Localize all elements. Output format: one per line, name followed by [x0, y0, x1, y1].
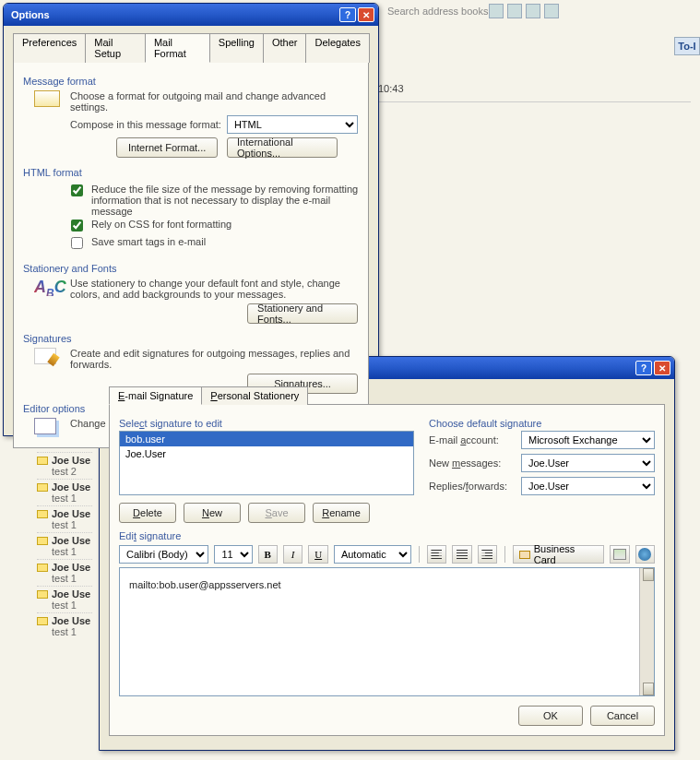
close-button[interactable]: ✕: [654, 361, 670, 375]
reduce-filesize-label: Reduce the file size of the message by r…: [91, 184, 359, 217]
envelope-icon: [37, 617, 48, 625]
close-button[interactable]: ✕: [358, 7, 374, 22]
tab-personal-stationery[interactable]: Personal Stationery: [201, 386, 308, 405]
search-placeholder[interactable]: Search address books: [387, 6, 488, 17]
envelope-icon: [37, 457, 48, 465]
stationery-heading: Stationery and Fonts: [23, 263, 359, 274]
signature-item[interactable]: bob.user: [120, 432, 413, 446]
new-messages-select[interactable]: Joe.User: [521, 454, 655, 472]
message-list-item[interactable]: Joe Usetest 1: [37, 559, 92, 586]
options-title: Options: [7, 9, 338, 20]
select-signature-label: Select signature to edit: [119, 418, 414, 429]
compose-format-select[interactable]: HTML: [227, 115, 358, 134]
scrollbar[interactable]: [639, 568, 654, 695]
ok-button[interactable]: OK: [518, 706, 583, 726]
align-left-button[interactable]: [427, 545, 446, 564]
new-messages-label: New messages:: [429, 457, 521, 469]
signature-list[interactable]: bob.userJoe.User: [119, 431, 414, 495]
bold-button[interactable]: B: [258, 545, 278, 564]
tab-delegates[interactable]: Delegates: [305, 33, 370, 63]
reduce-filesize-checkbox[interactable]: [71, 184, 83, 196]
smart-tags-checkbox[interactable]: [71, 237, 83, 249]
tab-spelling[interactable]: Spelling: [209, 33, 264, 63]
align-center-button[interactable]: [452, 545, 471, 564]
envelope-icon: [37, 564, 48, 572]
message-format-heading: Message format: [23, 76, 359, 87]
tab-other[interactable]: Other: [263, 33, 307, 63]
todo-bar[interactable]: To-I: [674, 37, 700, 55]
rename-button[interactable]: Rename: [313, 503, 370, 523]
help-button[interactable]: ?: [339, 7, 356, 22]
message-list-item[interactable]: Joe Usetest 1: [37, 532, 92, 559]
new-button[interactable]: New: [184, 503, 241, 523]
options-titlebar[interactable]: Options ? ✕: [4, 4, 378, 26]
edit-signature-label: Edit signature: [119, 530, 655, 541]
signatures-dialog: Signatures and Stationery ? ✕ E-mail Sig…: [99, 356, 675, 751]
editor-icon: [34, 418, 56, 434]
save-button[interactable]: Save: [248, 503, 305, 523]
replies-forwards-select[interactable]: Joe.User: [521, 477, 655, 495]
insert-hyperlink-button[interactable]: [635, 545, 655, 564]
addressbook-icon[interactable]: [507, 4, 522, 18]
misc-icon[interactable]: [544, 4, 559, 18]
message-list: Joe Usetest 2Joe Usetest 1Joe Usetest 1J…: [37, 452, 92, 639]
options-dialog: Options ? ✕ PreferencesMail SetupMail Fo…: [3, 3, 379, 436]
envelope-icon: [34, 90, 60, 107]
envelope-icon: [37, 590, 48, 599]
options-tabs: PreferencesMail SetupMail FormatSpelling…: [13, 33, 369, 63]
contact-icon[interactable]: [526, 4, 540, 18]
separator: [419, 546, 420, 563]
help-icon[interactable]: [489, 4, 504, 18]
tab-mail-setup[interactable]: Mail Setup: [85, 33, 146, 63]
message-list-item[interactable]: Joe Usetest 1: [37, 612, 92, 639]
envelope-icon: [37, 537, 48, 545]
signature-toolbar: Calibri (Body) 11 B I U Automatic Busine…: [119, 545, 655, 564]
align-right-button[interactable]: [478, 545, 497, 564]
font-family-select[interactable]: Calibri (Body): [119, 545, 208, 564]
toolbar-icons: [489, 4, 559, 18]
tab-preferences[interactable]: Preferences: [13, 33, 86, 63]
html-format-heading: HTML format: [23, 167, 359, 178]
insert-picture-button[interactable]: [610, 545, 629, 564]
font-color-select[interactable]: Automatic: [334, 545, 411, 564]
separator: [504, 546, 505, 563]
signatures-tabs: E-mail SignaturePersonal Stationery: [109, 386, 665, 405]
tab-mail-format[interactable]: Mail Format: [145, 33, 210, 63]
signatures-text: Create and edit signatures for outgoing …: [70, 348, 358, 370]
signature-icon: [34, 348, 56, 364]
rely-css-checkbox[interactable]: [71, 220, 83, 232]
stationery-fonts-button[interactable]: Stationery and Fonts...: [247, 303, 358, 324]
header-time: 10:43: [378, 83, 404, 94]
stationery-text: Use stationery to change your default fo…: [70, 278, 358, 300]
email-account-label: E-mail account:: [429, 434, 521, 445]
business-card-button[interactable]: Business Card: [513, 545, 604, 564]
message-list-item[interactable]: Joe Usetest 1: [37, 479, 92, 505]
signatures-heading: Signatures: [23, 333, 359, 344]
envelope-icon: [37, 510, 48, 518]
message-list-item[interactable]: Joe Usetest 1: [37, 586, 92, 612]
font-size-select[interactable]: 11: [214, 545, 252, 564]
email-account-select[interactable]: Microsoft Exchange: [521, 431, 655, 449]
message-format-text: Choose a format for outgoing mail and ch…: [70, 90, 358, 113]
choose-default-label: Choose default signature: [429, 418, 655, 429]
signature-editor[interactable]: mailto:bob.user@appsservers.net: [119, 567, 655, 696]
signature-item[interactable]: Joe.User: [120, 446, 413, 461]
card-icon: [519, 551, 530, 559]
cancel-button[interactable]: Cancel: [590, 706, 655, 726]
abc-icon: ABC: [34, 278, 66, 296]
replies-forwards-label: Replies/forwards:: [429, 481, 521, 492]
help-button[interactable]: ?: [635, 361, 652, 375]
italic-button[interactable]: I: [283, 545, 303, 564]
tab-e-mail-signature[interactable]: E-mail Signature: [109, 386, 202, 405]
message-list-item[interactable]: Joe Usetest 1: [37, 505, 92, 532]
picture-icon: [613, 549, 626, 560]
editor-text: Change: [70, 418, 106, 429]
internet-format-button[interactable]: Internet Format...: [116, 137, 218, 158]
rely-css-label: Rely on CSS for font formatting: [91, 219, 231, 230]
underline-button[interactable]: U: [308, 545, 327, 564]
delete-button[interactable]: Delete: [119, 503, 176, 523]
international-options-button[interactable]: International Options...: [227, 137, 338, 158]
email-signature-panel: Select signature to edit bob.userJoe.Use…: [109, 404, 665, 736]
divider: [378, 101, 691, 102]
signature-content: mailto:bob.user@appsservers.net: [129, 579, 645, 590]
